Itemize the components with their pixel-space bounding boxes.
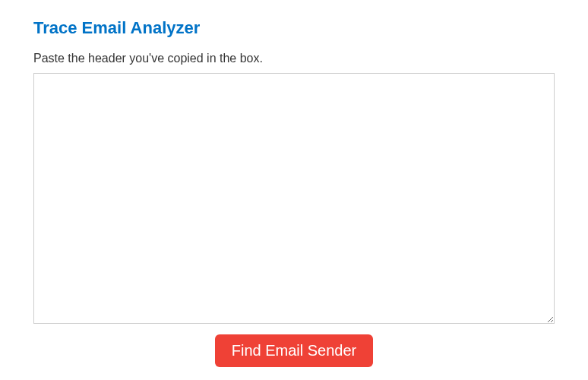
email-header-textarea[interactable]: [33, 73, 555, 324]
instruction-text: Paste the header you've copied in the bo…: [33, 52, 555, 65]
find-email-sender-button[interactable]: Find Email Sender: [215, 334, 374, 367]
button-row: Find Email Sender: [33, 334, 555, 367]
page-title: Trace Email Analyzer: [33, 18, 555, 38]
